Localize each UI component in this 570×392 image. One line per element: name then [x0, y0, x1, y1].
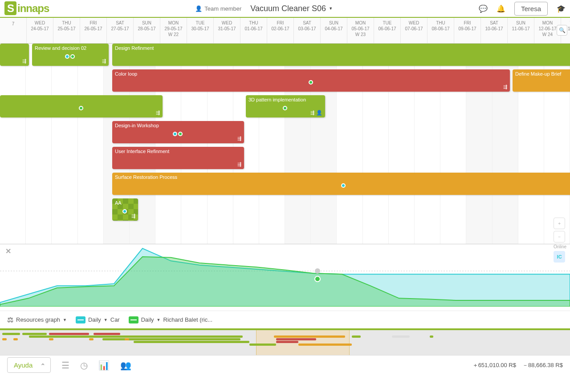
- day-column: SAT10-06-17: [481, 18, 508, 43]
- day-column: MON05-06-17W 23: [347, 18, 374, 43]
- day-column: SUN11-06-17: [508, 18, 534, 43]
- status-dot: [283, 106, 287, 110]
- org-icon: ⇶: [310, 110, 314, 116]
- task-bar[interactable]: Design Refinment: [112, 44, 570, 66]
- day-column: TUE30-05-17: [187, 18, 214, 43]
- project-dropdown[interactable]: Vacuum Cleaner S06 ▼: [250, 4, 333, 13]
- overview-viewport[interactable]: [256, 330, 350, 355]
- zoom-in-button[interactable]: +: [554, 218, 565, 229]
- org-icon: ⇶: [131, 213, 135, 219]
- gantt-chart[interactable]: ⇶Review and decision 02⇶Design Refinment…: [0, 44, 570, 244]
- overview-strip[interactable]: [0, 328, 570, 355]
- resource-chart: [0, 244, 570, 307]
- bell-icon[interactable]: 🔔: [497, 4, 505, 13]
- help-button[interactable]: Ayuda ⌃: [7, 357, 51, 373]
- day-column: SAT03-06-17: [294, 18, 321, 43]
- side-controls: + − Online IC: [554, 218, 566, 263]
- caret-down-icon: ▼: [63, 318, 67, 322]
- task-bar[interactable]: 3D pattern implementation⇶👤: [246, 95, 325, 117]
- overview-bar: [196, 341, 249, 343]
- org-icon: ⇶: [237, 136, 241, 141]
- day-column: THU25-05-17: [53, 18, 80, 43]
- overview-bar: [2, 338, 7, 340]
- overview-bar: [49, 333, 89, 335]
- online-label: Online: [554, 244, 566, 249]
- org-icon: ⇶: [503, 84, 507, 90]
- day-column: WED24-05-17: [27, 18, 53, 43]
- day-column: TUE06-06-17: [374, 18, 401, 43]
- day-column: SAT27-05-17: [107, 18, 134, 43]
- task-bar[interactable]: ⇶: [0, 44, 29, 66]
- task-label: 3D pattern implementation: [248, 97, 322, 102]
- legend-item[interactable]: Daily▼Richard Balet (ric...: [129, 316, 212, 323]
- overview-bar: [249, 344, 276, 346]
- user-icon: 👤: [195, 5, 202, 12]
- task-bar[interactable]: Surface Restoration Process: [112, 173, 570, 195]
- org-icon: ⇶: [102, 58, 106, 64]
- task-bar[interactable]: Design-in Workshop⇶: [112, 121, 244, 143]
- search-icon: 🔍: [559, 27, 566, 33]
- footer: Ayuda ⌃ ☰ ◷ 📊 👥 ＋651,010.00 R$ －88,666.3…: [0, 355, 570, 375]
- overview-bar: [134, 341, 205, 343]
- legend-title: Resources graph: [16, 316, 60, 323]
- overview-bar: [94, 333, 120, 335]
- team-member-dropdown[interactable]: 👤 Team member: [195, 5, 241, 12]
- graduation-icon[interactable]: 🎓: [557, 4, 566, 13]
- day-column: FRI02-06-17: [267, 18, 294, 43]
- status-dot: [309, 80, 313, 85]
- legend-swatch: [76, 316, 86, 323]
- legend-item[interactable]: Daily▼Car: [76, 316, 120, 323]
- status-dot: [122, 209, 127, 214]
- search-button[interactable]: 🔍: [557, 25, 567, 36]
- day-column: 7: [0, 18, 27, 43]
- task-label: AA: [115, 200, 135, 206]
- status-dot: [79, 106, 83, 110]
- help-label: Ayuda: [14, 361, 33, 369]
- overview-bar: [125, 338, 129, 340]
- svg-point-2: [315, 276, 320, 282]
- user-button[interactable]: Teresa: [514, 2, 548, 16]
- task-bar[interactable]: ⇶: [0, 95, 163, 117]
- list-icon[interactable]: ☰: [61, 360, 69, 371]
- expense-value: －88,666.38 R$: [522, 361, 563, 369]
- scale-icon: ⚖: [7, 315, 13, 324]
- ic-button[interactable]: IC: [554, 251, 565, 263]
- close-graph-button[interactable]: ✕: [5, 247, 11, 255]
- overview-bar: [89, 338, 94, 340]
- legend-swatch: [129, 316, 138, 323]
- overview-bar: [102, 338, 240, 340]
- overview-bar: [49, 338, 53, 340]
- org-icon: ⇶: [22, 58, 26, 64]
- task-bar[interactable]: Color loop⇶: [112, 69, 510, 92]
- day-column: SUN28-05-17: [134, 18, 160, 43]
- task-label: User Interface Refinment: [115, 149, 241, 154]
- chevron-up-icon: ⌃: [40, 362, 46, 370]
- day-column: THU08-06-17: [428, 18, 454, 43]
- overview-bar: [392, 335, 410, 338]
- task-bar[interactable]: Define Make-up Brief: [513, 69, 570, 92]
- task-bar[interactable]: User Interface Refinment⇶: [112, 147, 244, 169]
- income-value: ＋651,010.00 R$: [472, 361, 516, 369]
- task-label: Surface Restoration Process: [115, 174, 570, 180]
- task-bar[interactable]: AA⇶: [112, 198, 138, 221]
- overview-bar: [430, 335, 433, 338]
- task-label: Color loop: [115, 71, 507, 77]
- chat-icon[interactable]: 💬: [479, 4, 488, 13]
- overview-bar: [274, 335, 345, 338]
- resources-graph-dropdown[interactable]: ⚖ Resources graph ▼: [7, 315, 67, 324]
- team-label: Team member: [204, 5, 241, 12]
- org-icon: ⇶: [156, 110, 160, 116]
- clock-icon[interactable]: ◷: [80, 360, 88, 371]
- legend-freq: Daily: [141, 316, 154, 323]
- task-label: Design Refinment: [115, 45, 570, 51]
- day-column: FRI09-06-17: [454, 18, 481, 43]
- day-column: FRI26-05-17: [80, 18, 107, 43]
- overview-bar: [2, 333, 20, 335]
- project-name: Vacuum Cleaner S06: [250, 4, 326, 13]
- caret-down-icon: ▼: [157, 318, 161, 322]
- zoom-out-button[interactable]: −: [554, 231, 565, 242]
- overview-bar: [13, 338, 18, 340]
- task-bar[interactable]: Review and decision 02⇶: [32, 44, 109, 66]
- gauge-icon[interactable]: 📊: [98, 360, 110, 371]
- people-icon[interactable]: 👥: [120, 360, 131, 371]
